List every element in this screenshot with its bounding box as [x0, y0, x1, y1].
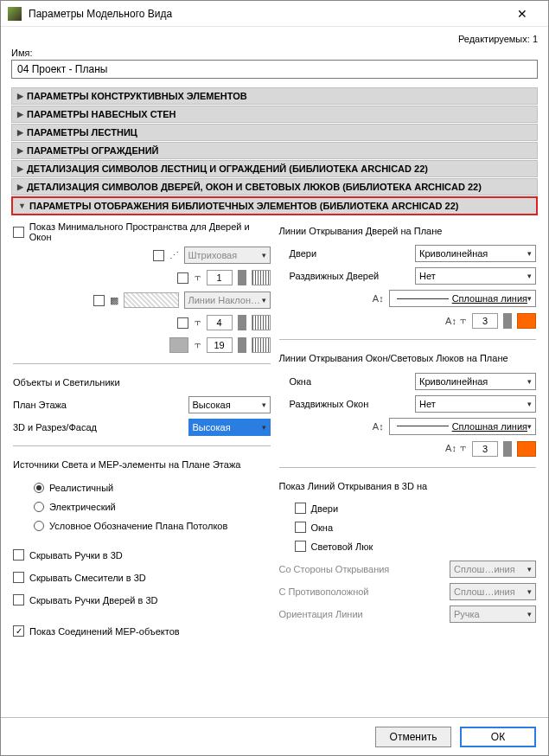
dd-text: Высокая: [193, 400, 231, 410]
door-pen-swatch[interactable]: [517, 313, 536, 329]
checkbox-min-space[interactable]: [13, 227, 24, 238]
section-label: ПАРАМЕТРЫ КОНСТРУКТИВНЫХ ЭЛЕМЕНТОВ: [27, 91, 247, 101]
radio-label: Условное Обозначение Плана Потолков: [49, 521, 227, 531]
ok-button[interactable]: ОК: [460, 727, 536, 747]
line-icon: ⋰: [169, 250, 179, 261]
chevron-down-icon: ▼: [18, 202, 26, 210]
checkbox-pen2[interactable]: [177, 317, 188, 329]
chevron-down-icon: ▾: [527, 565, 532, 573]
sliding-doors-label: Раздвижных Дверей: [290, 271, 380, 281]
line-preview: [397, 426, 449, 426]
sliding-windows-dropdown[interactable]: Нет▾: [415, 395, 536, 413]
cb-label: Скрывать Ручки Дверей в 3D: [29, 595, 157, 605]
door-pen-input[interactable]: [472, 313, 498, 329]
checkbox-3d-doors[interactable]: [295, 503, 306, 514]
chevron-right-icon: ▶: [17, 110, 23, 119]
windows-label: Окна: [290, 376, 312, 387]
dd-text: Криволинейная: [419, 376, 488, 387]
radio-label: Электрический: [49, 502, 116, 512]
pen3-swatch[interactable]: [252, 337, 271, 353]
section-dropdown[interactable]: Высокая▾: [188, 419, 271, 436]
pen-icon: A↕ ⥾: [445, 316, 467, 327]
checkbox-hide-mixers-3d[interactable]: [13, 572, 24, 583]
cancel-button[interactable]: Отменить: [375, 727, 451, 747]
pen2-input[interactable]: [207, 315, 233, 330]
accordion: ▶ПАРАМЕТРЫ КОНСТРУКТИВНЫХ ЭЛЕМЕНТОВ ▶ПАР…: [11, 87, 538, 646]
cb-label: Окна: [311, 522, 334, 533]
section-stair-detail[interactable]: ▶ДЕТАЛИЗАЦИЯ СИМВОЛОВ ЛЕСТНИЦ И ОГРАЖДЕН…: [11, 160, 538, 177]
radio-realistic[interactable]: [34, 483, 44, 493]
checkbox-hide-door-handles-3d[interactable]: [13, 594, 24, 605]
pen-icon: ⥾: [194, 272, 201, 284]
windows-dropdown[interactable]: Криволинейная▾: [415, 373, 536, 390]
checkbox-hatch[interactable]: [153, 250, 164, 261]
editable-count: Редактируемых: 1: [11, 34, 538, 44]
chevron-down-icon: ▾: [527, 587, 532, 596]
chevron-down-icon: ▾: [527, 377, 532, 386]
dd-text: Высокая: [193, 422, 231, 432]
separator: [279, 467, 537, 468]
checkbox-pen1[interactable]: [177, 272, 188, 284]
radio-electric[interactable]: [34, 502, 44, 512]
bg-swatch[interactable]: [169, 337, 188, 353]
section-door-detail[interactable]: ▶ДЕТАЛИЗАЦИЯ СИМВОЛОВ ДВЕРЕЙ, ОКОН И СВЕ…: [11, 178, 538, 195]
checkbox-3d-windows[interactable]: [295, 522, 306, 533]
chevron-down-icon: ▾: [527, 294, 532, 303]
pen2-swatch[interactable]: [252, 315, 271, 330]
pen1-input[interactable]: [207, 270, 233, 285]
separator: [13, 445, 271, 446]
linetype-dropdown[interactable]: Сплошная линия▾: [389, 290, 536, 307]
dd-text: Линии Наклон…: [188, 295, 261, 305]
checkbox-mep-connections[interactable]: ✓: [13, 625, 24, 637]
checkbox-fill[interactable]: [93, 295, 105, 306]
close-button[interactable]: ✕: [503, 2, 541, 26]
section-stairs[interactable]: ▶ПАРАМЕТРЫ ЛЕСТНИЦ: [11, 124, 538, 141]
fill-preview[interactable]: [124, 292, 179, 308]
chevron-down-icon: ▾: [527, 400, 532, 408]
section-library-display[interactable]: ▼ПАРАМЕТРЫ ОТОБРАЖЕНИЯ БИБЛИОТЕЧНЫХ ЭЛЕМ…: [11, 196, 538, 215]
pen3-input[interactable]: [207, 337, 233, 353]
pen1-swatch[interactable]: [252, 270, 271, 285]
section-railings[interactable]: ▶ПАРАМЕТРЫ ОГРАЖДЕНИЙ: [11, 142, 538, 159]
checkbox-hide-handles-3d[interactable]: [13, 549, 24, 561]
linetype-dropdown-2[interactable]: Сплошная линия▾: [389, 418, 536, 435]
sliding-windows-label: Раздвижных Окон: [290, 399, 369, 409]
name-label: Имя:: [11, 48, 538, 58]
sliding-doors-dropdown[interactable]: Нет▾: [415, 267, 536, 285]
name-input[interactable]: [11, 60, 538, 79]
side-open-dropdown: Сплош…иния▾: [450, 561, 536, 578]
cb-label: Скрывать Ручки в 3D: [29, 550, 123, 561]
lights-label: Источники Света и МЕР-элементы на Плане …: [13, 458, 271, 471]
orientation-label: Ориентация Линии: [279, 609, 363, 619]
dd-text: Сплошная линия: [452, 421, 527, 432]
window-pen-swatch[interactable]: [517, 441, 536, 457]
section-label: ДЕТАЛИЗАЦИЯ СИМВОЛОВ ДВЕРЕЙ, ОКОН И СВЕТ…: [27, 182, 482, 192]
door-lines-label: Линии Открывания Дверей на Плане: [279, 225, 537, 237]
pen-icon: ⥾: [194, 340, 201, 351]
show-3d-label: Показ Линий Открывания в 3D на: [279, 480, 537, 492]
section-label: ПАРАМЕТРЫ ЛЕСТНИЦ: [27, 127, 137, 138]
section-constructive[interactable]: ▶ПАРАМЕТРЫ КОНСТРУКТИВНЫХ ЭЛЕМЕНТОВ: [11, 87, 538, 105]
section-label: 3D и Разрез/Фасад: [13, 422, 97, 432]
pen-icon: ⥾: [194, 317, 201, 329]
fill-dropdown[interactable]: Линии Наклон…▾: [184, 292, 271, 309]
section-curtain-walls[interactable]: ▶ПАРАМЕТРЫ НАВЕСНЫХ СТЕН: [11, 106, 538, 123]
chevron-right-icon: ▶: [17, 183, 23, 191]
right-column: Линии Открывания Дверей на Плане Двери К…: [279, 221, 537, 641]
objects-label: Объекты и Светильники: [13, 376, 271, 388]
radio-label: Реалистичный: [49, 483, 113, 493]
window-pen-input[interactable]: [472, 441, 498, 457]
doors-dropdown[interactable]: Криволинейная▾: [415, 245, 536, 262]
radio-ceiling[interactable]: [34, 521, 44, 531]
checkbox-3d-skylight[interactable]: [295, 541, 306, 552]
plan-dropdown[interactable]: Высокая▾: [188, 396, 271, 413]
dd-text: Криволинейная: [419, 248, 488, 259]
section-label: ДЕТАЛИЗАЦИЯ СИМВОЛОВ ЛЕСТНИЦ И ОГРАЖДЕНИ…: [27, 163, 428, 174]
dd-text: Ручка: [454, 609, 480, 619]
hatch-dropdown[interactable]: Штриховая▾: [184, 247, 271, 264]
chevron-down-icon: ▾: [262, 400, 266, 409]
chevron-down-icon: ▾: [262, 296, 266, 304]
chevron-right-icon: ▶: [17, 92, 23, 100]
chevron-right-icon: ▶: [17, 146, 23, 155]
chevron-down-icon: ▾: [262, 423, 266, 432]
